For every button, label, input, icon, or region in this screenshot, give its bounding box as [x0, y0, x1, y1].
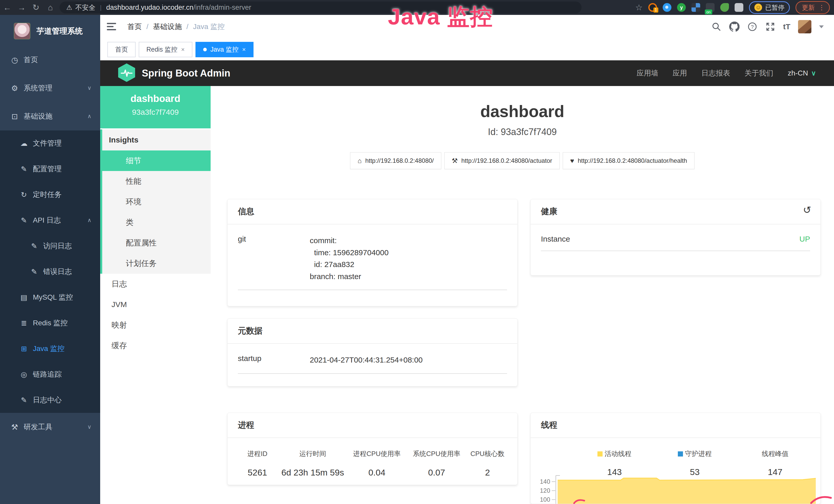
browser-reload-icon[interactable]: ↻: [29, 3, 43, 12]
tab-home[interactable]: 首页: [107, 42, 136, 57]
sidebar-item-api-logs[interactable]: ✎ API 日志 ∧: [0, 207, 100, 233]
sidebar-item-label: 配置管理: [33, 164, 62, 174]
extension-pin-icon[interactable]: [663, 3, 672, 12]
tab-java-monitor[interactable]: Java 监控 ×: [195, 42, 254, 57]
breadcrumb-home[interactable]: 首页: [127, 22, 142, 31]
hamburger-menu-icon[interactable]: [107, 23, 116, 30]
actuator-url-button[interactable]: ⚒ http://192.168.0.2:48080/actuator: [444, 152, 560, 169]
security-warning-icon[interactable]: ⚠: [66, 4, 72, 12]
sba-item-details[interactable]: 细节: [100, 151, 211, 171]
sba-link-applications[interactable]: 应用: [673, 68, 687, 78]
extension-y-icon[interactable]: y: [677, 3, 686, 12]
spring-boot-admin-logo-icon[interactable]: [118, 63, 135, 83]
health-url: http://192.168.0.2:48080/actuator/health: [578, 157, 687, 164]
search-icon[interactable]: [711, 22, 722, 32]
gear-icon: ⚙: [10, 84, 19, 93]
sba-item-metrics[interactable]: 性能: [102, 171, 211, 191]
app-logo-avatar: [14, 23, 30, 39]
sba-item-environment[interactable]: 环境: [102, 191, 211, 212]
paused-profile-badge[interactable]: ☺ 已暂停: [749, 1, 790, 14]
app-sidebar: 芋道管理系统 ◷ 首页 ⚙ 系统管理 ∨ ⊡ 基础设施 ∧ ☁ 文件管理 ✎ 配…: [0, 15, 100, 504]
legend-swatch-yellow: [597, 451, 602, 457]
user-menu-caret-icon[interactable]: [819, 25, 824, 28]
extensions-puzzle-icon[interactable]: [734, 3, 743, 12]
tab-label: 首页: [115, 45, 128, 54]
sidebar-item-label: 链路追踪: [33, 369, 62, 379]
sidebar-item-mysql-monitor[interactable]: ▤ MySQL 监控: [0, 284, 100, 310]
log-icon: ✎: [30, 268, 39, 276]
annotation-java-monitor: Java 监控: [372, 2, 509, 32]
security-label[interactable]: 不安全: [75, 3, 95, 12]
browser-back-icon[interactable]: ←: [0, 3, 14, 12]
sba-link-journal[interactable]: 日志报表: [701, 68, 730, 78]
process-cpu: 0.04: [346, 467, 408, 478]
sba-item-config-props[interactable]: 配置属性: [102, 233, 211, 253]
sidebar-item-dev-tools[interactable]: ⚒ 研发工具 ∨: [0, 413, 100, 441]
breadcrumb-current: Java 监控: [193, 22, 225, 31]
sba-brand-title[interactable]: Spring Boot Admin: [142, 68, 231, 79]
sba-item-classes[interactable]: 类: [102, 212, 211, 233]
extension-icon[interactable]: on: [706, 3, 715, 12]
breadcrumb-infra[interactable]: 基础设施: [153, 22, 182, 31]
sba-link-about[interactable]: 关于我们: [745, 68, 773, 78]
extension-badge: 1: [654, 7, 658, 13]
sidebar-item-home[interactable]: ◷ 首页: [0, 46, 100, 74]
sidebar-item-infra[interactable]: ⊡ 基础设施 ∧: [0, 102, 100, 131]
sba-locale-select[interactable]: zh-CN ∨: [788, 69, 816, 77]
help-icon[interactable]: ?: [747, 22, 758, 32]
sidebar-item-config-manage[interactable]: ✎ 配置管理: [0, 156, 100, 182]
sba-item-caches[interactable]: 缓存: [100, 335, 211, 356]
close-icon[interactable]: ×: [181, 46, 185, 53]
browser-forward-icon[interactable]: →: [14, 3, 29, 12]
font-size-icon[interactable]: tT: [783, 22, 790, 31]
sba-main-content: dashboard Id: 93a3fc7f7409 ⌂ http://192.…: [211, 86, 834, 504]
sidebar-item-system[interactable]: ⚙ 系统管理 ∨: [0, 74, 100, 102]
sidebar-item-scheduled-jobs[interactable]: ↻ 定时任务: [0, 182, 100, 207]
breadcrumb-separator: /: [147, 23, 149, 31]
sidebar-item-error-logs[interactable]: ✎ 错误日志: [0, 259, 100, 284]
java-monitor-icon: ⊞: [20, 345, 28, 353]
sba-link-wallboard[interactable]: 应用墙: [637, 68, 658, 78]
sidebar-item-access-logs[interactable]: ✎ 访问日志: [0, 233, 100, 259]
sba-item-jvm[interactable]: JVM: [100, 294, 211, 315]
sba-item-mappings[interactable]: 映射: [100, 315, 211, 335]
app-logo-row[interactable]: 芋道管理系统: [0, 15, 100, 46]
sidebar-item-tracing[interactable]: ◎ 链路追踪: [0, 362, 100, 387]
bookmark-star-icon[interactable]: ☆: [635, 3, 643, 12]
sba-instance-header[interactable]: dashboard 93a3fc7f7409: [100, 86, 211, 129]
instance-id: 93a3fc7f7409: [100, 108, 211, 117]
process-pid: 5261: [235, 467, 280, 478]
extension-leaf-icon[interactable]: [720, 3, 729, 12]
chrome-update-button[interactable]: 更新 ⋮: [795, 1, 830, 14]
sba-item-logs[interactable]: 日志: [100, 274, 211, 294]
layers-icon: ≣: [20, 319, 28, 327]
annotation-scribble: [573, 498, 586, 504]
url-path[interactable]: /infra/admin-server: [193, 4, 251, 12]
process-col-header: 进程CPU使用率: [346, 449, 408, 458]
user-avatar[interactable]: [798, 20, 811, 33]
url-host[interactable]: dashboard.yudao.iocoder.cn: [106, 4, 193, 12]
info-card-title: 信息: [227, 199, 517, 224]
app-title: 芋道管理系统: [37, 26, 83, 37]
fullscreen-icon[interactable]: [765, 22, 775, 32]
browser-home-icon[interactable]: ⌂: [43, 3, 58, 12]
update-label: 更新: [802, 3, 815, 12]
tab-label: Java 监控: [211, 45, 239, 54]
service-url-button[interactable]: ⌂ http://192.168.0.2:48080/: [350, 152, 441, 169]
health-url-button[interactable]: ♥ http://192.168.0.2:48080/actuator/heal…: [563, 152, 695, 169]
close-icon[interactable]: ×: [242, 46, 246, 53]
health-key: Instance: [541, 235, 570, 244]
sidebar-item-file-manage[interactable]: ☁ 文件管理: [0, 131, 100, 156]
history-icon[interactable]: ↺: [803, 204, 811, 216]
sidebar-item-redis-monitor[interactable]: ≣ Redis 监控: [0, 310, 100, 336]
sba-nav-links: 应用墙 应用 日志报表 关于我们 zh-CN ∨: [637, 68, 834, 78]
sba-item-scheduled-tasks[interactable]: 计划任务: [102, 253, 211, 274]
tab-redis-monitor[interactable]: Redis 监控 ×: [139, 42, 192, 57]
github-icon[interactable]: [729, 22, 740, 32]
sidebar-item-log-center[interactable]: ✎ 日志中心: [0, 387, 100, 413]
browser-menu-dots-icon[interactable]: ⋮: [818, 4, 825, 12]
chevron-up-icon: ∧: [87, 113, 91, 120]
sidebar-item-java-monitor[interactable]: ⊞ Java 监控: [0, 336, 100, 362]
extension-grid-icon[interactable]: [692, 3, 700, 12]
extension-icon[interactable]: 1: [648, 3, 657, 12]
